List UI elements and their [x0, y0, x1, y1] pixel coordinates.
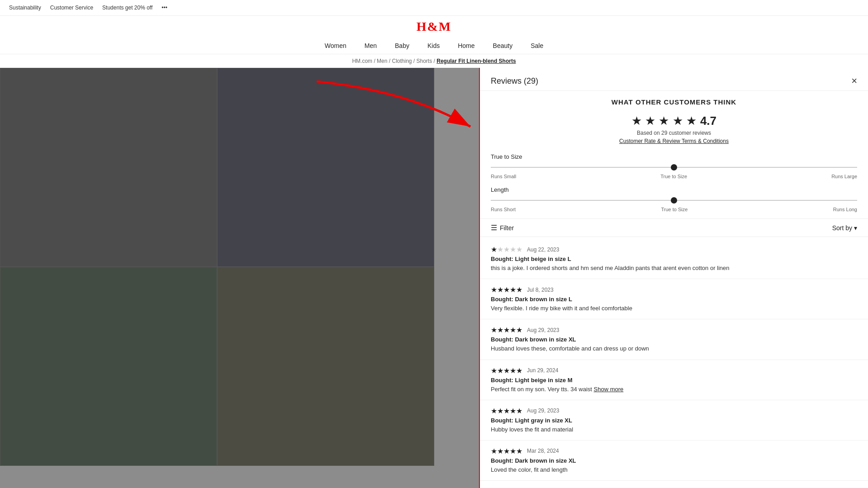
product-img-1 — [0, 68, 217, 267]
rating-display: ★ ★ ★ ★ ★ 4.7 — [480, 114, 868, 128]
review-stars: ★★★★★ — [491, 447, 522, 455]
breadcrumb-current: Regular Fit Linen-blend Shorts — [436, 58, 516, 64]
review-text: Husband loves these, comfortable and can… — [491, 345, 857, 353]
show-more-link[interactable]: Show more — [594, 386, 624, 393]
review-top: ★★★★★ Aug 29, 2023 — [491, 326, 857, 334]
runs-long-label: Runs Long — [833, 207, 857, 212]
length-labels: Runs Short True to Size Runs Long — [491, 207, 857, 212]
reviews-list: ★★★★★ Aug 22, 2023 Bought: Light beige i… — [480, 239, 868, 488]
length-slider-track — [491, 200, 857, 201]
product-images — [0, 68, 434, 466]
hm-logo[interactable]: H&M — [0, 19, 868, 34]
true-to-size-section: True to Size Runs Small True to Size Run… — [480, 151, 868, 182]
reviews-panel: Reviews (29) × WHAT OTHER CUSTOMERS THIN… — [479, 68, 868, 488]
breadcrumb-home[interactable]: HM.com — [352, 58, 372, 64]
review-top: ★★★★★ Mar 28, 2024 — [491, 447, 857, 455]
review-top: ★★★★★ Jun 29, 2024 — [491, 366, 857, 375]
true-to-size-slider-track — [491, 167, 857, 168]
nav-kids[interactable]: Kids — [427, 42, 440, 49]
product-img-3 — [0, 267, 217, 466]
review-stars: ★★★★★ — [491, 326, 522, 334]
true-to-size-knob — [671, 164, 677, 171]
review-bought: Bought: Light beige in size L — [491, 256, 857, 262]
nav-beauty[interactable]: Beauty — [493, 42, 513, 49]
filter-sort-bar: ☰ Filter Sort by ▾ — [480, 218, 868, 237]
top-bar: Sustainability Customer Service Students… — [0, 0, 868, 16]
review-date: Aug 29, 2023 — [527, 407, 559, 414]
review-text: Hubby loves the fit and material — [491, 426, 857, 434]
more-dots: ••• — [161, 5, 167, 11]
filter-label: Filter — [500, 224, 514, 232]
review-text: this is a joke. I ordered shorts and hm … — [491, 264, 857, 272]
review-top: ★★★★★ Jul 8, 2023 — [491, 285, 857, 294]
review-date: Jun 29, 2024 — [527, 367, 558, 374]
logo-area: H&M — [0, 16, 868, 38]
main-content: Reviews (29) × WHAT OTHER CUSTOMERS THIN… — [0, 68, 868, 488]
main-nav: Women Men Baby Kids Home Beauty Sale — [0, 38, 868, 54]
sustainability-link[interactable]: Sustainability — [9, 5, 41, 11]
rating-number: 4.7 — [700, 114, 716, 128]
breadcrumb-men[interactable]: Men — [377, 58, 387, 64]
breadcrumb-shorts[interactable]: Shorts — [417, 58, 432, 64]
review-item: ★★★★★ Aug 22, 2023 Bought: Light beige i… — [480, 239, 868, 279]
nav-baby[interactable]: Baby — [395, 42, 409, 49]
review-text: Loved the color, fit and length — [491, 466, 857, 474]
students-offer-link[interactable]: Students get 20% off — [102, 5, 152, 11]
review-item: ★★★★★ Jun 29, 2024 Bought: Light beige i… — [480, 360, 868, 400]
review-date: Jul 8, 2023 — [527, 287, 554, 293]
review-bought: Bought: Dark brown in size L — [491, 296, 857, 303]
length-center-label: True to Size — [661, 207, 688, 212]
review-stars: ★★★★★ — [491, 407, 522, 415]
review-item: ★★★★★ Aug 29, 2023 Bought: Light gray in… — [480, 400, 868, 441]
reviews-title: Reviews (29) — [491, 76, 538, 86]
review-bought: Bought: Light beige in size M — [491, 377, 857, 384]
review-stars: ★★★★★ — [491, 285, 522, 294]
review-item: ★★★★★ Jul 8, 2023 Bought: Dark brown in … — [480, 279, 868, 319]
review-top: ★★★★★ Aug 29, 2023 — [491, 407, 857, 415]
true-to-size-label: True to Size — [491, 153, 857, 160]
length-track — [491, 195, 857, 206]
review-bought: Bought: Dark brown in size XL — [491, 457, 857, 464]
true-to-size-center-label: True to Size — [660, 174, 687, 179]
review-date: Aug 29, 2023 — [527, 327, 559, 333]
rating-stars: ★ ★ ★ ★ ★ — [631, 114, 697, 128]
review-item: ★★★★★ Mar 28, 2024 Bought: Dark brown in… — [480, 441, 868, 481]
review-bought: Bought: Dark brown in size XL — [491, 336, 857, 343]
review-stars: ★★★★★ — [491, 245, 522, 254]
review-top: ★★★★★ Aug 22, 2023 — [491, 245, 857, 254]
nav-sale[interactable]: Sale — [531, 42, 543, 49]
sort-button[interactable]: Sort by ▾ — [832, 224, 857, 232]
true-to-size-labels: Runs Small True to Size Runs Large — [491, 174, 857, 179]
true-to-size-track — [491, 162, 857, 173]
runs-small-label: Runs Small — [491, 174, 516, 179]
length-knob — [671, 197, 677, 204]
runs-short-label: Runs Short — [491, 207, 516, 212]
review-item: ★★★★★ Aug 29, 2023 Bought: Dark brown in… — [480, 319, 868, 360]
filter-button[interactable]: ☰ Filter — [491, 223, 514, 232]
review-stars: ★★★★★ — [491, 366, 522, 375]
customer-service-link[interactable]: Customer Service — [50, 5, 93, 11]
close-button[interactable]: × — [851, 76, 857, 86]
review-date: Mar 28, 2024 — [527, 448, 559, 454]
sort-label: Sort by — [832, 224, 852, 232]
product-img-2 — [217, 68, 434, 267]
runs-large-label: Runs Large — [831, 174, 857, 179]
review-item: ★★★★★ Mar 28, 2024 Bought: Light gray in… — [480, 481, 868, 488]
terms-link[interactable]: Customer Rate & Review Terms & Condition… — [480, 138, 868, 144]
review-text: Very flexible. I ride my bike with it an… — [491, 304, 857, 313]
breadcrumb: HM.com / Men / Clothing / Shorts / Regul… — [0, 54, 868, 68]
review-bought: Bought: Light gray in size XL — [491, 417, 857, 424]
review-text: Perfect fit on my son. Very tts. 34 wais… — [491, 385, 857, 393]
filter-icon: ☰ — [491, 223, 497, 232]
length-section: Length Runs Short True to Size Runs Long — [480, 184, 868, 215]
reviews-header: Reviews (29) × — [480, 68, 868, 91]
sort-chevron-icon: ▾ — [854, 224, 857, 232]
what-customers-think-heading: WHAT OTHER CUSTOMERS THINK — [480, 91, 868, 110]
nav-home[interactable]: Home — [458, 42, 474, 49]
nav-women[interactable]: Women — [325, 42, 346, 49]
based-on-text: Based on 29 customer reviews — [480, 130, 868, 136]
breadcrumb-clothing[interactable]: Clothing — [392, 58, 412, 64]
nav-men[interactable]: Men — [365, 42, 377, 49]
length-label: Length — [491, 186, 857, 193]
review-date: Aug 22, 2023 — [527, 246, 559, 253]
